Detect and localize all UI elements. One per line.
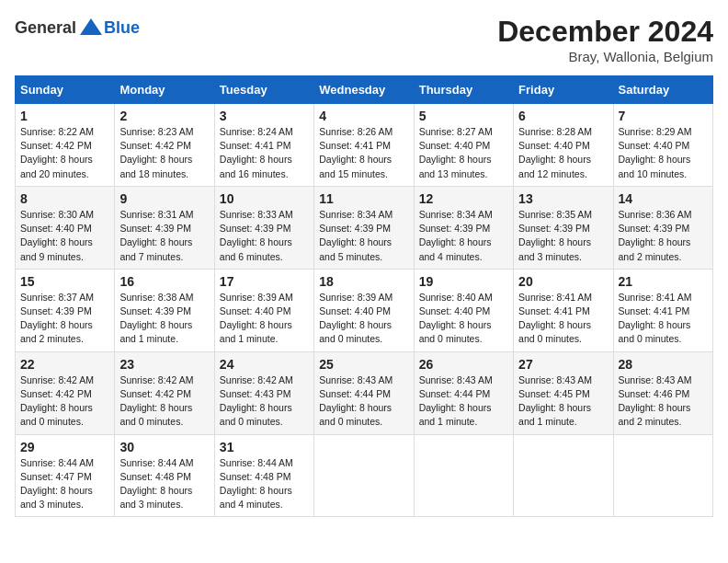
calendar-cell xyxy=(613,434,712,517)
calendar-cell: 8Sunrise: 8:30 AMSunset: 4:40 PMDaylight… xyxy=(16,186,115,269)
day-number: 11 xyxy=(319,191,408,206)
day-info: Sunrise: 8:42 AMSunset: 4:42 PMDaylight:… xyxy=(20,373,109,430)
calendar-cell: 24Sunrise: 8:42 AMSunset: 4:43 PMDayligh… xyxy=(214,351,313,434)
day-number: 29 xyxy=(20,440,109,454)
weekday-header-sunday: Sunday xyxy=(16,76,115,104)
calendar-cell xyxy=(414,434,513,517)
day-info: Sunrise: 8:42 AMSunset: 4:42 PMDaylight:… xyxy=(119,373,209,430)
day-number: 20 xyxy=(518,274,608,289)
day-info: Sunrise: 8:31 AMSunset: 4:39 PMDaylight:… xyxy=(119,208,209,264)
day-info: Sunrise: 8:43 AMSunset: 4:46 PMDaylight:… xyxy=(619,373,708,430)
calendar-cell: 1Sunrise: 8:22 AMSunset: 4:42 PMDaylight… xyxy=(16,104,115,187)
svg-marker-0 xyxy=(80,18,102,35)
day-number: 2 xyxy=(119,109,209,123)
calendar-cell: 10Sunrise: 8:33 AMSunset: 4:39 PMDayligh… xyxy=(214,186,313,269)
calendar-cell: 21Sunrise: 8:41 AMSunset: 4:41 PMDayligh… xyxy=(613,269,712,351)
weekday-header-wednesday: Wednesday xyxy=(314,76,414,104)
day-number: 24 xyxy=(220,357,309,372)
day-number: 23 xyxy=(119,357,209,372)
day-info: Sunrise: 8:44 AMSunset: 4:48 PMDaylight:… xyxy=(220,456,309,512)
day-number: 28 xyxy=(619,357,708,372)
day-info: Sunrise: 8:26 AMSunset: 4:41 PMDaylight:… xyxy=(319,125,408,181)
calendar-cell: 18Sunrise: 8:39 AMSunset: 4:40 PMDayligh… xyxy=(314,269,414,351)
calendar-header-row: SundayMondayTuesdayWednesdayThursdayFrid… xyxy=(16,76,713,104)
day-number: 19 xyxy=(419,274,508,289)
day-info: Sunrise: 8:37 AMSunset: 4:39 PMDaylight:… xyxy=(20,291,109,347)
day-info: Sunrise: 8:42 AMSunset: 4:43 PMDaylight:… xyxy=(220,373,309,430)
day-info: Sunrise: 8:38 AMSunset: 4:39 PMDaylight:… xyxy=(119,291,209,347)
calendar-week-2: 8Sunrise: 8:30 AMSunset: 4:40 PMDaylight… xyxy=(16,186,713,269)
day-info: Sunrise: 8:23 AMSunset: 4:42 PMDaylight:… xyxy=(119,125,209,181)
weekday-header-friday: Friday xyxy=(514,76,613,104)
day-info: Sunrise: 8:27 AMSunset: 4:40 PMDaylight:… xyxy=(419,125,508,181)
calendar-cell: 13Sunrise: 8:35 AMSunset: 4:39 PMDayligh… xyxy=(514,186,613,269)
page-header: General Blue December 2024 Bray, Walloni… xyxy=(15,15,713,64)
title-block: December 2024 Bray, Wallonia, Belgium xyxy=(497,15,713,64)
calendar-cell: 7Sunrise: 8:29 AMSunset: 4:40 PMDaylight… xyxy=(613,104,712,187)
logo-general-text: General xyxy=(15,18,76,38)
day-info: Sunrise: 8:44 AMSunset: 4:47 PMDaylight:… xyxy=(20,456,109,512)
calendar-cell: 19Sunrise: 8:40 AMSunset: 4:40 PMDayligh… xyxy=(414,269,513,351)
day-number: 4 xyxy=(319,109,408,123)
calendar-cell: 30Sunrise: 8:44 AMSunset: 4:48 PMDayligh… xyxy=(115,434,214,517)
day-info: Sunrise: 8:34 AMSunset: 4:39 PMDaylight:… xyxy=(419,208,508,264)
calendar-week-4: 22Sunrise: 8:42 AMSunset: 4:42 PMDayligh… xyxy=(16,351,713,434)
calendar-cell: 20Sunrise: 8:41 AMSunset: 4:41 PMDayligh… xyxy=(514,269,613,351)
day-info: Sunrise: 8:39 AMSunset: 4:40 PMDaylight:… xyxy=(319,291,408,347)
calendar-cell xyxy=(314,434,414,517)
calendar-week-5: 29Sunrise: 8:44 AMSunset: 4:47 PMDayligh… xyxy=(16,434,713,517)
day-number: 21 xyxy=(619,274,708,289)
weekday-header-monday: Monday xyxy=(115,76,214,104)
logo: General Blue xyxy=(15,15,140,40)
day-number: 17 xyxy=(220,274,309,289)
day-info: Sunrise: 8:41 AMSunset: 4:41 PMDaylight:… xyxy=(518,291,608,347)
day-number: 26 xyxy=(419,357,508,372)
day-info: Sunrise: 8:36 AMSunset: 4:39 PMDaylight:… xyxy=(619,208,708,264)
day-number: 16 xyxy=(119,274,209,289)
calendar-week-1: 1Sunrise: 8:22 AMSunset: 4:42 PMDaylight… xyxy=(16,104,713,187)
weekday-header-thursday: Thursday xyxy=(414,76,513,104)
day-info: Sunrise: 8:34 AMSunset: 4:39 PMDaylight:… xyxy=(319,208,408,264)
calendar-cell: 9Sunrise: 8:31 AMSunset: 4:39 PMDaylight… xyxy=(115,186,214,269)
day-info: Sunrise: 8:33 AMSunset: 4:39 PMDaylight:… xyxy=(220,208,309,264)
day-info: Sunrise: 8:35 AMSunset: 4:39 PMDaylight:… xyxy=(518,208,608,264)
day-info: Sunrise: 8:29 AMSunset: 4:40 PMDaylight:… xyxy=(619,125,708,181)
calendar-cell: 15Sunrise: 8:37 AMSunset: 4:39 PMDayligh… xyxy=(16,269,115,351)
calendar-cell: 12Sunrise: 8:34 AMSunset: 4:39 PMDayligh… xyxy=(414,186,513,269)
day-number: 27 xyxy=(518,357,608,372)
day-info: Sunrise: 8:24 AMSunset: 4:41 PMDaylight:… xyxy=(220,125,309,181)
day-number: 10 xyxy=(220,191,309,206)
calendar-cell: 17Sunrise: 8:39 AMSunset: 4:40 PMDayligh… xyxy=(214,269,313,351)
weekday-header-tuesday: Tuesday xyxy=(214,76,313,104)
calendar-cell: 27Sunrise: 8:43 AMSunset: 4:45 PMDayligh… xyxy=(514,351,613,434)
calendar-cell: 28Sunrise: 8:43 AMSunset: 4:46 PMDayligh… xyxy=(613,351,712,434)
calendar-cell: 4Sunrise: 8:26 AMSunset: 4:41 PMDaylight… xyxy=(314,104,414,187)
calendar-cell: 14Sunrise: 8:36 AMSunset: 4:39 PMDayligh… xyxy=(613,186,712,269)
location: Bray, Wallonia, Belgium xyxy=(497,49,713,64)
day-number: 9 xyxy=(119,191,209,206)
calendar-week-3: 15Sunrise: 8:37 AMSunset: 4:39 PMDayligh… xyxy=(16,269,713,351)
day-info: Sunrise: 8:43 AMSunset: 4:45 PMDaylight:… xyxy=(518,373,608,430)
day-number: 22 xyxy=(20,357,109,372)
day-number: 7 xyxy=(619,109,708,123)
day-number: 31 xyxy=(220,440,309,454)
day-info: Sunrise: 8:22 AMSunset: 4:42 PMDaylight:… xyxy=(20,125,109,181)
day-number: 8 xyxy=(20,191,109,206)
calendar-cell: 23Sunrise: 8:42 AMSunset: 4:42 PMDayligh… xyxy=(115,351,214,434)
day-info: Sunrise: 8:40 AMSunset: 4:40 PMDaylight:… xyxy=(419,291,508,347)
calendar-cell: 6Sunrise: 8:28 AMSunset: 4:40 PMDaylight… xyxy=(514,104,613,187)
calendar-cell: 29Sunrise: 8:44 AMSunset: 4:47 PMDayligh… xyxy=(16,434,115,517)
day-info: Sunrise: 8:43 AMSunset: 4:44 PMDaylight:… xyxy=(419,373,508,430)
day-number: 5 xyxy=(419,109,508,123)
day-number: 25 xyxy=(319,357,408,372)
calendar-cell: 5Sunrise: 8:27 AMSunset: 4:40 PMDaylight… xyxy=(414,104,513,187)
day-info: Sunrise: 8:43 AMSunset: 4:44 PMDaylight:… xyxy=(319,373,408,430)
day-number: 12 xyxy=(419,191,508,206)
calendar-cell: 3Sunrise: 8:24 AMSunset: 4:41 PMDaylight… xyxy=(214,104,313,187)
calendar-cell: 26Sunrise: 8:43 AMSunset: 4:44 PMDayligh… xyxy=(414,351,513,434)
day-number: 30 xyxy=(119,440,209,454)
calendar-cell: 11Sunrise: 8:34 AMSunset: 4:39 PMDayligh… xyxy=(314,186,414,269)
day-number: 14 xyxy=(619,191,708,206)
day-number: 1 xyxy=(20,109,109,123)
day-number: 3 xyxy=(220,109,309,123)
